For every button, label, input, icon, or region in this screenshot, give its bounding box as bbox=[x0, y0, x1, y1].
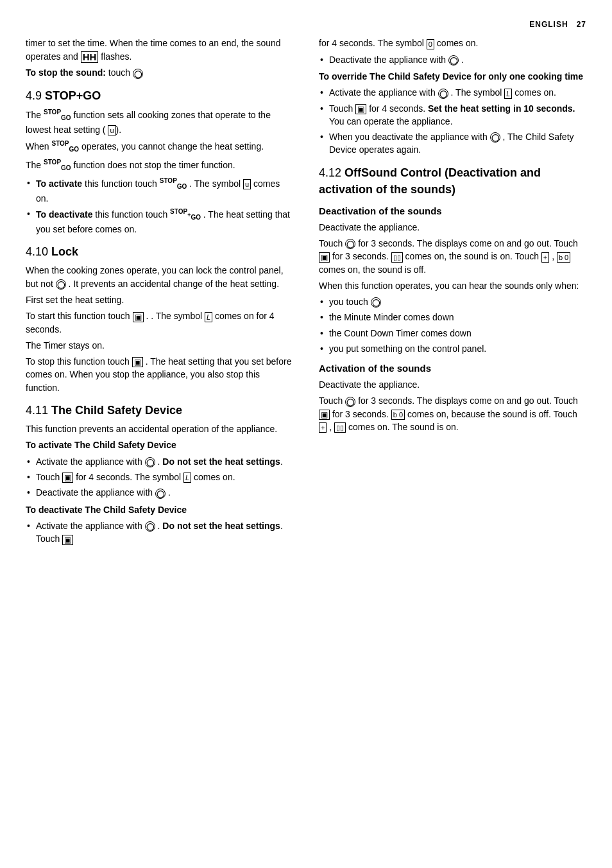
deact-sounds-title: Deactivation of the sounds bbox=[319, 204, 586, 218]
s411-deactivate-head: To deactivate The Child Safety Device bbox=[26, 503, 293, 516]
s411-activate-bullets: Activate the appliance with ◯ . Do not s… bbox=[26, 455, 293, 499]
b0-icon-deact: b 0 bbox=[557, 252, 570, 263]
power-icon-deact-b2: ◯ bbox=[448, 55, 459, 65]
page-number: 27 bbox=[577, 20, 586, 29]
section-411-title: 4.11 The Child Safety Device bbox=[26, 402, 293, 419]
l-icon-ov1: L bbox=[504, 89, 512, 99]
s410-p5: To stop this function touch ▣ . The heat… bbox=[26, 355, 293, 394]
main-columns: timer to set the time. When the time com… bbox=[0, 37, 612, 549]
bb-icon-act: ▯▯ bbox=[334, 422, 346, 433]
power-icon-act: ◯ bbox=[345, 397, 355, 407]
panel-lock-icon-start: ▣ bbox=[133, 312, 144, 322]
s411-deactivate-bullets: Activate the appliance with ◯ . Do not s… bbox=[26, 519, 293, 546]
deact-p4: When this function operates, you can hea… bbox=[319, 279, 586, 292]
l-icon-410: L bbox=[205, 312, 212, 322]
power-icon-410: ◯ bbox=[56, 279, 66, 290]
deact-b1: you touch ◯ bbox=[319, 295, 586, 308]
s411-deact-b2: Deactivate the appliance with ◯ . bbox=[319, 53, 586, 66]
s411-override-head: To override The Child Safety Device for … bbox=[319, 70, 586, 83]
b0-icon-act: b 0 bbox=[391, 410, 405, 420]
s49-p1: The STOPGO function sets all cooking zon… bbox=[26, 108, 293, 136]
plus-icon-deact: + bbox=[541, 252, 549, 263]
plus-icon-act: + bbox=[319, 422, 327, 433]
panel-icon-s411d1: ▣ bbox=[62, 535, 73, 545]
deact-bullets: you touch ◯ the Minute Minder comes down… bbox=[319, 295, 586, 355]
s411-cont-para: for 4 seconds. The symbol 0 comes on. bbox=[319, 37, 586, 49]
deact-b4: you put something on the control panel. bbox=[319, 342, 586, 355]
section-412-title: 4.12 OffSound Control (Deactivation and … bbox=[319, 164, 586, 198]
s411-deact-more-bullets: Deactivate the appliance with ◯ . bbox=[319, 53, 586, 66]
stopgo-icon-b1: STOP bbox=[160, 177, 177, 184]
s49-p3: The STOPGO function does not stop the ti… bbox=[26, 158, 293, 173]
comma-deact: , bbox=[552, 251, 554, 261]
hh-icon: HH bbox=[81, 51, 99, 64]
deact-p1: Deactivate the appliance. bbox=[319, 221, 586, 234]
left-column: timer to set the time. When the time com… bbox=[0, 37, 306, 549]
panel-icon-act: ▣ bbox=[319, 410, 330, 420]
power-icon-inline: ◯ bbox=[133, 69, 143, 79]
page-header: ENGLISH 27 bbox=[0, 19, 612, 37]
power-icon-ov3: ◯ bbox=[490, 132, 500, 143]
s49-bullet1: To activate this function touch STOPGO .… bbox=[26, 177, 293, 205]
act-sounds-title: Activation of the sounds bbox=[319, 361, 586, 376]
zero-icon-cont: 0 bbox=[427, 39, 434, 49]
s411-act-b1: Activate the appliance with ◯ . Do not s… bbox=[26, 455, 293, 468]
s411-ov-b3: When you deactivate the appliance with ◯… bbox=[319, 130, 586, 157]
section-410-title: 4.10 Lock bbox=[26, 243, 293, 260]
panel-icon-ov2: ▣ bbox=[355, 104, 366, 114]
power-icon-deact-b1: ◯ bbox=[371, 297, 381, 308]
s411-deact-b1: Activate the appliance with ◯ . Do not s… bbox=[26, 519, 293, 546]
act-p1: Deactivate the appliance. bbox=[319, 378, 586, 391]
power-icon-s411b1: ◯ bbox=[145, 457, 155, 467]
deact-p2: Touch ◯ for 3 seconds. The displays come… bbox=[319, 237, 586, 276]
u-icon: u bbox=[108, 125, 115, 135]
s410-p1: When the cooking zones operate, you can … bbox=[26, 264, 293, 290]
deact-b2: the Minute Minder comes down bbox=[319, 311, 586, 324]
comma-act: , bbox=[329, 422, 332, 432]
s411-act-b3: Deactivate the appliance with ◯ . bbox=[26, 486, 293, 499]
panel-lock-icon-stop: ▣ bbox=[132, 357, 143, 367]
power-icon-s411b3: ◯ bbox=[155, 489, 166, 499]
bb-icon-deact: ▯▯ bbox=[391, 252, 403, 263]
s411-ov-b2: Touch ▣ for 4 seconds. Set the heat sett… bbox=[319, 102, 586, 128]
s411-ov-b1: Activate the appliance with ◯ . The symb… bbox=[319, 86, 586, 99]
panel-icon-deact: ▣ bbox=[319, 252, 330, 263]
section-49-title: 4.9 STOP+GO bbox=[26, 87, 293, 104]
stopgo-icon3: STOP bbox=[44, 159, 61, 166]
page: ENGLISH 27 timer to set the time. When t… bbox=[0, 0, 612, 868]
act-p2: Touch ◯ for 3 seconds. The displays come… bbox=[319, 394, 586, 433]
stopgo-icon1: STOP bbox=[44, 108, 61, 116]
l-icon-s411b2: L bbox=[183, 473, 191, 483]
s49-bullet2: To deactivate this function touch STOP+G… bbox=[26, 207, 293, 236]
intro-para: timer to set the time. When the time com… bbox=[26, 37, 293, 63]
right-column: for 4 seconds. The symbol 0 comes on. De… bbox=[306, 37, 612, 549]
s410-p3: To start this function touch ▣ . . The s… bbox=[26, 309, 293, 336]
deact-b3: the Count Down Timer comes down bbox=[319, 327, 586, 340]
power-icon-s411d1: ◯ bbox=[145, 521, 155, 532]
s411-activate-head: To activate The Child Safety Device bbox=[26, 438, 293, 451]
s411-act-b2: Touch ▣ for 4 seconds. The symbol L come… bbox=[26, 471, 293, 483]
lang-label: ENGLISH bbox=[529, 20, 568, 29]
s49-bullets: To activate this function touch STOPGO .… bbox=[26, 177, 293, 236]
power-icon-ov1: ◯ bbox=[438, 89, 448, 99]
stop-sound-line: To stop the sound: touch ◯ bbox=[26, 66, 293, 79]
s410-p2: First set the heat setting. bbox=[26, 293, 293, 306]
stopgo-icon2: STOP bbox=[51, 140, 69, 147]
u-icon-b1: u bbox=[243, 179, 251, 189]
s410-p4: The Timer stays on. bbox=[26, 339, 293, 352]
stopgo-icon-b2: STOP bbox=[170, 208, 187, 215]
s411-p1: This function prevents an accidental ope… bbox=[26, 422, 293, 435]
s411-override-bullets: Activate the appliance with ◯ . The symb… bbox=[319, 86, 586, 156]
panel-icon-s411b2: ▣ bbox=[62, 473, 73, 483]
s49-p2: When STOPGO operates, you cannot change … bbox=[26, 139, 293, 155]
power-icon-deact: ◯ bbox=[345, 239, 355, 249]
